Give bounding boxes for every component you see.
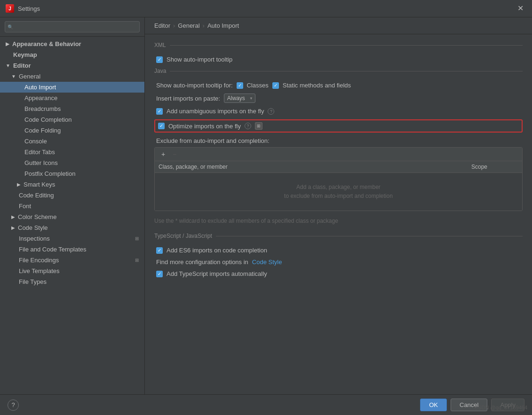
sidebar-item-inspections[interactable]: Inspections ⊞ [0,233,144,244]
xml-show-tooltip-checkbox[interactable] [156,56,163,63]
java-static-methods-checkbox[interactable] [272,82,279,89]
exclude-label: Exclude from auto-import and completion: [156,137,270,144]
breadcrumb-sep2: › [203,22,205,29]
search-box [0,17,144,37]
sidebar-item-general[interactable]: General [0,71,144,82]
right-panel: Editor › General › Auto Import XML Show … [145,17,532,394]
sidebar-item-console[interactable]: Console [0,136,144,147]
sidebar-label: Appearance & Behavior [12,40,81,47]
sidebar-label: Auto Import [24,84,56,91]
breadcrumb: Editor › General › Auto Import [145,17,532,34]
sidebar-item-code-completion[interactable]: Code Completion [0,114,144,125]
optimize-imports-checkbox[interactable] [158,123,165,129]
sidebar-item-auto-import[interactable]: Auto Import [0,82,144,93]
code-style-link[interactable]: Code Style [252,258,282,266]
wildcard-hint: Use the * wildcard to exclude all member… [154,217,523,225]
add-es6-row: Add ES6 imports on code completion [154,247,523,254]
sidebar-label: Code Editing [19,192,54,199]
sidebar-item-breadcrumbs[interactable]: Breadcrumbs [0,103,144,114]
add-exclusion-button[interactable]: + [159,149,168,159]
panel-content: XML Show auto-import tooltip Java Show a… [145,34,532,394]
file-encodings-icon: ⊞ [135,258,139,263]
sidebar-item-gutter-icons[interactable]: Gutter Icons [0,157,144,168]
add-typescript-checkbox[interactable] [156,271,163,277]
chevron-down-icon [11,74,16,79]
java-section-label: Java [154,68,523,74]
insert-imports-label: Insert imports on paste: [156,95,220,102]
add-unambiguous-row: Add unambiguous imports on the fly ? [154,108,523,115]
sidebar-item-file-code-templates[interactable]: File and Code Templates [0,244,144,255]
add-unambiguous-checkbox[interactable] [156,108,163,115]
insert-imports-row: Insert imports on paste: Always Ask Neve… [154,94,523,103]
table-col1-header: Class, package, or member [159,164,471,170]
sidebar-label: Smart Keys [24,181,55,188]
sidebar-label: Code Style [18,224,48,231]
sidebar-label: Gutter Icons [24,159,58,166]
sidebar-label: File Encodings [19,257,59,264]
remove-exclusion-button[interactable]: − [170,149,179,159]
inspections-icon: ⊞ [135,236,139,241]
java-tooltip-label: Show auto-import tooltip for: [156,82,233,89]
add-es6-checkbox[interactable] [156,247,163,254]
sidebar-label: Live Templates [19,267,59,274]
sidebar-item-file-encodings[interactable]: File Encodings ⊞ [0,255,144,266]
sidebar-label: Color Scheme [18,213,56,220]
java-static-methods-label: Static methods and fields [283,82,351,89]
add-es6-label: Add ES6 imports on code completion [167,247,267,254]
breadcrumb-editor: Editor [154,22,170,29]
sidebar-item-file-types[interactable]: File Types [0,276,144,287]
xml-show-tooltip-label: Show auto-import tooltip [167,56,232,63]
sidebar-label: Editor [13,62,31,69]
insert-imports-select[interactable]: Always Ask Never [224,94,255,103]
sidebar-item-color-scheme[interactable]: Color Scheme [0,211,144,222]
add-typescript-row: Add TypeScript imports automatically [154,270,523,277]
table-empty-line2: to exclude from auto-import and completi… [284,192,393,201]
sidebar-item-code-editing[interactable]: Code Editing [0,190,144,201]
sidebar-label: Console [24,138,47,145]
search-wrapper [5,21,140,32]
title-bar-left: J Settings [6,4,40,13]
optimize-imports-help-icon[interactable]: ? [245,123,251,129]
optimize-imports-row: Optimize imports on the fly ? ⊞ [154,119,523,133]
sidebar-item-smart-keys[interactable]: Smart Keys [0,179,144,190]
add-unambiguous-label: Add unambiguous imports on the fly [167,108,264,115]
bottom-bar: ? OK Cancel Apply [0,394,532,415]
find-more-row: Find more configuration options in Code … [154,258,523,266]
sidebar-item-editor[interactable]: Editor [0,60,144,71]
sidebar-item-appearance[interactable]: Appearance [0,93,144,103]
title-bar: J Settings ✕ [0,0,532,17]
breadcrumb-general: General [178,22,199,29]
sidebar-label: Postfix Completion [24,170,75,177]
help-button[interactable]: ? [8,399,19,411]
sidebar-label: Keymap [13,51,37,58]
sidebar-item-live-templates[interactable]: Live Templates [0,266,144,276]
java-classes-checkbox[interactable] [237,82,243,89]
sidebar-label: Breadcrumbs [24,105,61,112]
chevron-down-icon [6,63,10,68]
sidebar-item-postfix-completion[interactable]: Postfix Completion [0,168,144,179]
app-icon: J [6,4,14,13]
sidebar-item-font[interactable]: Font [0,201,144,211]
settings-tree: Appearance & Behavior Keymap Editor Gene… [0,37,144,394]
sidebar-item-code-style[interactable]: Code Style [0,222,144,233]
table-col2-header: Scope [471,164,518,170]
sidebar-item-keymap[interactable]: Keymap [0,49,144,60]
sidebar-item-code-folding[interactable]: Code Folding [0,125,144,136]
close-button[interactable]: ✕ [515,4,526,13]
main-content: Appearance & Behavior Keymap Editor Gene… [0,17,532,394]
ok-button[interactable]: OK [420,399,447,411]
breadcrumb-sep1: › [173,22,175,29]
add-typescript-label: Add TypeScript imports automatically [167,270,267,277]
table-empty-state: Add a class, package, or member to exclu… [155,173,522,211]
add-unambiguous-help-icon[interactable]: ? [268,108,274,115]
exclude-table: + − Class, package, or member Scope Add … [154,147,523,211]
sidebar-item-appearance-behavior[interactable]: Appearance & Behavior [0,39,144,49]
sidebar-label: Code Folding [24,127,61,134]
optimize-imports-settings-icon[interactable]: ⊞ [255,122,262,130]
chevron-right-icon [11,225,15,230]
chevron-right-icon [17,182,21,187]
sidebar-label: Inspections [19,235,50,242]
search-input[interactable] [5,21,140,32]
table-toolbar: + − [155,148,522,161]
sidebar-item-editor-tabs[interactable]: Editor Tabs [0,147,144,157]
